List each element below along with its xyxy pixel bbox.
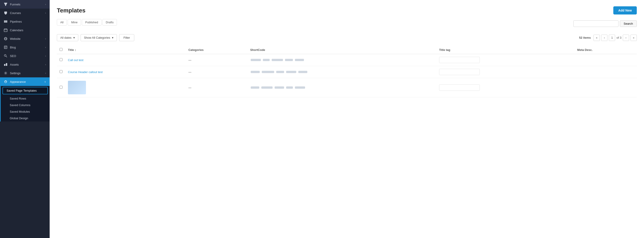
sidebar: Funnels ‹ Courses ‹ Pipelines Calendars … (0, 0, 50, 238)
appearance-icon (4, 80, 8, 84)
sidebar-item-funnels[interactable]: Funnels ‹ (0, 0, 50, 9)
sidebar-item-blog[interactable]: Blog ‹ (0, 43, 50, 52)
date-filter-dropdown[interactable]: All dates ▾ (57, 34, 78, 41)
svg-rect-3 (4, 12, 7, 14)
next-page-button[interactable]: › (623, 35, 629, 41)
funnels-label: Funnels (10, 3, 20, 6)
title-tag-col-header: Title tag (436, 46, 574, 54)
blurred-bar (276, 71, 284, 73)
blurred-bar (262, 71, 274, 73)
row2-title-cell: Course Header callout test (65, 66, 186, 78)
title-tag-col-label: Title tag (439, 48, 450, 52)
row2-shortcode-blurred (250, 70, 434, 73)
sidebar-item-settings[interactable]: Settings ‹ (0, 69, 50, 77)
svg-marker-1 (4, 4, 7, 5)
sidebar-subitem-saved-modules[interactable]: Saved Modules (1, 108, 50, 115)
row3-categories-cell: — (186, 78, 248, 97)
last-page-button[interactable]: » (630, 35, 637, 41)
search-input[interactable] (573, 20, 618, 27)
sidebar-subitem-global-design[interactable]: Global Design (1, 115, 50, 122)
assets-chevron: ‹ (45, 63, 46, 66)
svg-rect-22 (4, 64, 6, 66)
row2-checkbox[interactable] (60, 70, 62, 73)
svg-rect-2 (5, 5, 6, 6)
row2-title-tag-cell (436, 66, 574, 78)
saved-page-templates-label: Saved Page Templates (6, 89, 36, 92)
sidebar-item-pipelines[interactable]: Pipelines (0, 17, 50, 26)
sidebar-subitem-saved-rows[interactable]: Saved Rows (1, 95, 50, 102)
prev-page-button[interactable]: ‹ (601, 35, 608, 41)
row2-title-link[interactable]: Course Header callout test (68, 70, 103, 74)
row1-checkbox[interactable] (60, 58, 62, 61)
sidebar-item-courses[interactable]: Courses ‹ (0, 9, 50, 17)
appearance-label: Appearance (10, 80, 26, 83)
row1-title-link[interactable]: Call out test (68, 58, 84, 62)
settings-chevron: ‹ (45, 72, 46, 74)
filter-tabs: All Mine Published Drafts (57, 19, 117, 26)
toolbar-left: All dates ▾ Show All Categories ▾ Filter (57, 34, 134, 41)
courses-label: Courses (10, 11, 21, 15)
tab-published[interactable]: Published (82, 19, 102, 26)
funnels-icon (4, 2, 8, 6)
tab-mine[interactable]: Mine (68, 19, 81, 26)
items-count: 52 items (579, 36, 591, 39)
svg-rect-7 (5, 20, 6, 23)
svg-rect-0 (4, 3, 7, 4)
main-content: Templates Add New All Mine Published Dra… (50, 0, 644, 238)
blurred-bar (263, 59, 270, 61)
sidebar-item-appearance[interactable]: Appearance ∨ (0, 77, 50, 86)
row2-shortcode-cell (248, 66, 436, 78)
blurred-bar (285, 59, 293, 61)
blurred-bar (286, 86, 293, 89)
blurred-bar (251, 59, 261, 61)
tab-all[interactable]: All (57, 19, 67, 26)
courses-icon (4, 11, 8, 15)
row1-checkbox-cell (57, 54, 65, 66)
add-new-button[interactable]: Add New (613, 6, 637, 15)
sidebar-item-assets[interactable]: Assets ‹ (0, 60, 50, 69)
blurred-bar (286, 71, 296, 73)
row3-checkbox[interactable] (60, 86, 62, 89)
sidebar-subitem-saved-page-templates[interactable]: Saved Page Templates (2, 87, 48, 94)
blurred-bar (261, 86, 272, 89)
sidebar-item-seo[interactable]: SEO ‹ (0, 52, 50, 60)
tab-drafts[interactable]: Drafts (102, 19, 117, 26)
funnels-chevron: ‹ (45, 3, 46, 6)
blurred-bar (251, 86, 259, 89)
table-row: Course Header callout test — (57, 66, 637, 78)
row1-shortcode-blurred (250, 58, 434, 62)
search-button[interactable]: Search (620, 20, 637, 27)
blurred-bar (295, 86, 305, 89)
categories-col-label: Categories (188, 48, 204, 52)
row1-title-tag-cell (436, 54, 574, 66)
current-page: 1 (609, 35, 615, 41)
row1-title-cell: Call out test (65, 54, 186, 66)
seo-label: SEO (10, 54, 16, 58)
sidebar-subitem-saved-columns[interactable]: Saved Columns (1, 102, 50, 108)
sidebar-item-website[interactable]: Website ‹ (0, 34, 50, 43)
row3-title-tag-box (439, 84, 480, 91)
title-col-header: Title ↕ (65, 46, 186, 54)
svg-point-20 (4, 55, 6, 56)
row1-title-tag-box (439, 57, 480, 63)
first-page-button[interactable]: « (594, 35, 600, 41)
meta-desc-col-header: Meta Desc. (574, 46, 637, 54)
row3-shortcode-blurred (250, 86, 434, 89)
filter-button[interactable]: Filter (119, 34, 134, 41)
title-col-label: Title ↕ (68, 48, 76, 52)
select-all-checkbox[interactable] (60, 48, 62, 51)
row3-categories: — (188, 86, 191, 89)
sidebar-item-calendars[interactable]: Calendars (0, 26, 50, 34)
meta-desc-col-label: Meta Desc. (577, 48, 592, 52)
toolbar-row: All dates ▾ Show All Categories ▾ Filter… (57, 34, 637, 41)
website-icon (4, 37, 8, 41)
templates-table: Title ↕ Categories ShortCode Title tag M… (57, 46, 637, 97)
page-header: Templates Add New (57, 6, 637, 15)
svg-rect-4 (5, 14, 6, 15)
row2-title-tag-box (439, 69, 480, 75)
blurred-bar (295, 59, 304, 61)
assets-label: Assets (10, 63, 19, 66)
category-filter-dropdown[interactable]: Show All Categories ▾ (80, 34, 117, 41)
assets-icon (4, 62, 8, 66)
svg-rect-6 (4, 20, 5, 23)
